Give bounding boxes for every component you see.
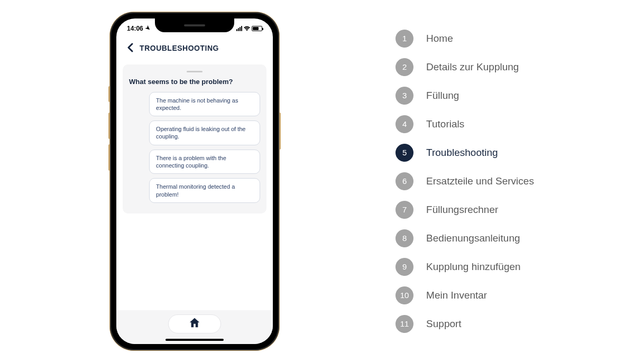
legend-badge: 4 <box>395 115 413 133</box>
legend-item-details[interactable]: 2 Details zur Kupplung <box>395 58 534 76</box>
legend-item-tutorials[interactable]: 4 Tutorials <box>395 115 534 133</box>
phone-volume-down <box>108 144 110 171</box>
legend-label: Füllungsrechner <box>426 204 498 216</box>
legend-badge: 11 <box>395 315 413 333</box>
option-machine-not-behaving[interactable]: The machine is not behaving as expected. <box>149 92 260 117</box>
phone-power-button <box>279 113 281 150</box>
legend-badge: 3 <box>395 87 413 105</box>
legend-badge: 6 <box>395 172 413 190</box>
home-button[interactable] <box>168 314 221 333</box>
phone-frame: 14:06 ➤ TROUBLESHOOTING <box>110 12 279 350</box>
legend-item-support[interactable]: 11 Support <box>395 315 534 333</box>
legend-badge: 1 <box>395 30 413 48</box>
home-icon <box>189 317 200 331</box>
legend-badge: 2 <box>395 58 413 76</box>
troubleshoot-card: What seems to be the problem? The machin… <box>123 64 266 214</box>
legend-badge: 10 <box>395 286 413 304</box>
legend-label: Bedienungsanleitung <box>426 233 520 244</box>
location-icon: ➤ <box>144 24 152 33</box>
legend-item-troubleshooting[interactable]: 5 Troubleshooting <box>395 144 534 162</box>
option-thermal-monitoring[interactable]: Thermal monitoring detected a problem! <box>149 178 260 203</box>
legend-label: Details zur Kupplung <box>426 61 519 73</box>
legend-label: Ersatzteile und Services <box>426 175 534 187</box>
legend-item-kupplung-hinzufuegen[interactable]: 9 Kupplung hinzufügen <box>395 258 534 276</box>
legend-label: Kupplung hinzufügen <box>426 261 521 273</box>
option-connecting-coupling[interactable]: There is a problem with the connecting c… <box>149 150 260 174</box>
phone-screen: 14:06 ➤ TROUBLESHOOTING <box>116 18 273 344</box>
legend-label: Mein Inventar <box>426 290 487 301</box>
legend-item-bedienungsanleitung[interactable]: 8 Bedienungsanleitung <box>395 229 534 247</box>
home-indicator <box>165 339 224 341</box>
phone-mute-switch <box>108 86 110 102</box>
question-text: What seems to be the problem? <box>129 78 260 86</box>
signal-icon <box>236 26 242 31</box>
battery-icon <box>252 26 262 31</box>
status-time: 14:06 <box>127 25 143 32</box>
page-title: TROUBLESHOOTING <box>140 44 219 52</box>
legend-item-fuellung[interactable]: 3 Füllung <box>395 87 534 105</box>
legend-item-ersatzteile[interactable]: 6 Ersatzteile und Services <box>395 172 534 190</box>
back-button[interactable] <box>127 43 133 54</box>
legend-list: 1 Home 2 Details zur Kupplung 3 Füllung … <box>395 30 534 333</box>
legend-badge: 5 <box>395 144 413 162</box>
legend-badge: 9 <box>395 258 413 276</box>
phone-volume-up <box>108 113 110 139</box>
option-fluid-leaking[interactable]: Operating fluid is leaking out of the co… <box>149 120 260 145</box>
legend-label: Support <box>426 318 462 330</box>
legend-item-mein-inventar[interactable]: 10 Mein Inventar <box>395 286 534 304</box>
legend-label: Troubleshooting <box>426 147 498 159</box>
drag-handle[interactable] <box>187 71 203 72</box>
phone-notch <box>155 18 234 32</box>
legend-label: Füllung <box>426 90 459 101</box>
legend-item-home[interactable]: 1 Home <box>395 30 534 48</box>
app-header: TROUBLESHOOTING <box>116 34 273 60</box>
legend-badge: 8 <box>395 229 413 247</box>
wifi-icon <box>244 26 250 31</box>
legend-label: Home <box>426 33 453 44</box>
legend-label: Tutorials <box>426 118 464 130</box>
legend-item-fuellungsrechner[interactable]: 7 Füllungsrechner <box>395 201 534 219</box>
legend-badge: 7 <box>395 201 413 219</box>
